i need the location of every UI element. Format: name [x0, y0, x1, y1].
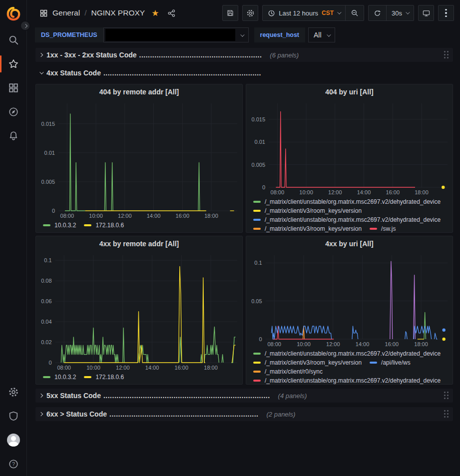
svg-text:12:00: 12:00 — [116, 365, 130, 371]
refresh-interval-picker[interactable]: 30s — [386, 5, 414, 20]
sidebar-item-profile[interactable] — [0, 428, 27, 452]
legend-item[interactable]: /_matrix/client/unstable/org.matrix.msc2… — [253, 377, 441, 384]
breadcrumb: General / NGINX PROXY ★ — [39, 8, 176, 18]
chart-404-by-remote-addr[interactable]: 00.0050.010.01508:0010:0012:0014:0016:00… — [36, 99, 242, 221]
svg-text:16:00: 16:00 — [176, 213, 190, 219]
save-icon — [226, 9, 234, 17]
sidebar: ? — [0, 0, 27, 476]
chevron-down-icon — [327, 32, 331, 36]
variables-bar: DS_PROMETHEUS request_host All — [27, 26, 460, 44]
legend-item[interactable]: /api/live/ws — [370, 359, 411, 366]
svg-text:0.1: 0.1 — [44, 257, 51, 263]
zoom-out-icon — [351, 9, 359, 17]
panel-title[interactable]: 404 by remote addr [All] — [36, 84, 242, 99]
sidebar-item-alerting[interactable] — [0, 124, 27, 148]
legend-item[interactable]: /_matrix/client/r0/sync — [253, 368, 323, 375]
favorite-star-icon[interactable]: ★ — [151, 8, 159, 18]
row-title: 5xx Status Code.........................… — [46, 392, 270, 400]
legend-item[interactable]: /_matrix/client/unstable/org.matrix.msc2… — [253, 216, 441, 223]
share-icon[interactable] — [167, 9, 176, 17]
sidebar-item-server-admin[interactable] — [0, 404, 27, 428]
datasource-variable-label[interactable]: DS_PROMETHEUS — [35, 27, 103, 42]
panel-title[interactable]: 4xx by uri [All] — [246, 236, 453, 251]
svg-text:0.015: 0.015 — [41, 121, 55, 127]
row-4xx[interactable]: 4xx Status Code.........................… — [35, 66, 453, 80]
svg-text:0.01: 0.01 — [255, 139, 265, 145]
save-dashboard-button[interactable] — [222, 5, 238, 21]
row-1xx-3xx-2xx[interactable]: 1xx - 3xx - 2xx Status Code.............… — [35, 48, 453, 62]
panel-legend: 10.0.3.2172.18.0.6 — [36, 221, 242, 232]
sidebar-item-help[interactable]: ? — [0, 452, 27, 476]
legend-item[interactable]: /_matrix/client/unstable/org.matrix.msc2… — [253, 198, 441, 205]
request-host-variable-label[interactable]: request_host — [254, 27, 306, 42]
drag-handle-icon[interactable] — [443, 391, 450, 401]
legend-item[interactable]: 172.18.0.6 — [84, 374, 124, 381]
svg-text:08:00: 08:00 — [57, 365, 71, 371]
panel-title[interactable]: 404 by uri [All] — [246, 84, 453, 99]
sidebar-item-configuration[interactable] — [0, 380, 27, 404]
drag-handle-icon[interactable] — [443, 409, 450, 419]
svg-text:16:00: 16:00 — [175, 365, 189, 371]
chart-404-by-uri[interactable]: 00.0050.010.01508:0010:0012:0014:0016:00… — [246, 99, 453, 197]
legend-item[interactable]: /_matrix/client/v3/room_keys/version — [253, 359, 362, 366]
gear-icon — [246, 9, 255, 17]
svg-text:08:00: 08:00 — [267, 341, 281, 347]
gear-icon — [8, 387, 19, 398]
svg-text:0: 0 — [262, 184, 265, 190]
svg-text:0: 0 — [48, 360, 51, 366]
more-options-button[interactable] — [438, 5, 454, 21]
svg-text:0.015: 0.015 — [251, 116, 265, 122]
svg-text:10:00: 10:00 — [89, 213, 103, 219]
legend-item[interactable]: /_matrix/client/v3/room_keys/version — [253, 207, 362, 214]
svg-text:0.01: 0.01 — [44, 150, 55, 156]
legend-item[interactable]: /_matrix/client/unstable/org.matrix.msc2… — [253, 350, 441, 357]
row-6xx[interactable]: 6xx > Status Code.......................… — [35, 407, 453, 421]
svg-text:12:00: 12:00 — [328, 189, 342, 195]
sidebar-bottom: ? — [0, 380, 27, 476]
sidebar-item-dashboards[interactable] — [0, 76, 27, 100]
shield-icon — [8, 411, 19, 422]
datasource-select[interactable] — [103, 27, 249, 42]
legend-item[interactable]: 10.0.3.2 — [43, 222, 76, 229]
dashboard-title[interactable]: NGINX PROXY — [91, 8, 145, 17]
sidebar-item-search[interactable] — [0, 28, 27, 52]
legend-item[interactable]: /sw.js — [370, 225, 396, 232]
grafana-logo-icon[interactable] — [6, 6, 21, 21]
request-host-select[interactable]: All — [308, 27, 335, 42]
redacted-value — [105, 29, 235, 41]
dashboard-settings-button[interactable] — [242, 5, 258, 21]
chevron-right-icon — [39, 412, 43, 416]
request-host-value: All — [314, 31, 322, 39]
cycle-view-button[interactable] — [418, 5, 434, 21]
legend-item[interactable]: 172.18.0.6 — [84, 222, 124, 229]
sidebar-item-explore[interactable] — [0, 100, 27, 124]
sidebar-expand-button[interactable] — [20, 20, 30, 31]
panel-grid: 404 by remote addr [All] 00.0050.010.015… — [35, 84, 453, 385]
avatar — [7, 434, 20, 447]
row-panel-count: (6 panels) — [270, 51, 299, 59]
chart-4xx-by-uri[interactable]: 00.050.108:0010:0012:0014:0016:0018:00 — [246, 251, 453, 349]
time-picker-group: Last 12 hours CST — [262, 5, 364, 21]
panel-title[interactable]: 4xx by remote addr [All] — [36, 236, 242, 251]
chevron-down-icon — [337, 10, 341, 14]
refresh-interval-label: 30s — [392, 9, 402, 17]
svg-text:14:00: 14:00 — [145, 365, 159, 371]
bell-icon — [8, 130, 19, 141]
svg-text:0.05: 0.05 — [251, 298, 262, 304]
zoom-out-button[interactable] — [345, 5, 364, 20]
timezone-label: CST — [322, 9, 334, 16]
time-range-picker[interactable]: Last 12 hours CST — [263, 5, 345, 20]
legend-item[interactable]: /_matrix/client/v3/room_keys/version — [253, 225, 362, 232]
monitor-icon — [422, 9, 431, 17]
chevron-down-icon — [39, 70, 43, 74]
chevron-right-icon — [39, 53, 43, 57]
chart-4xx-by-remote-addr[interactable]: 00.020.040.060.080.108:0010:0012:0014:00… — [36, 251, 242, 373]
breadcrumb-folder[interactable]: General — [52, 8, 80, 17]
legend-item[interactable]: 10.0.3.2 — [43, 374, 76, 381]
panel-legend: /_matrix/client/unstable/org.matrix.msc2… — [246, 349, 453, 384]
drag-handle-icon[interactable] — [443, 50, 450, 60]
panel-4xx-by-remote-addr: 4xx by remote addr [All] 00.020.040.060.… — [35, 236, 243, 385]
row-5xx[interactable]: 5xx Status Code.........................… — [35, 389, 453, 403]
sidebar-item-starred[interactable] — [0, 52, 27, 76]
refresh-button[interactable] — [369, 5, 386, 20]
